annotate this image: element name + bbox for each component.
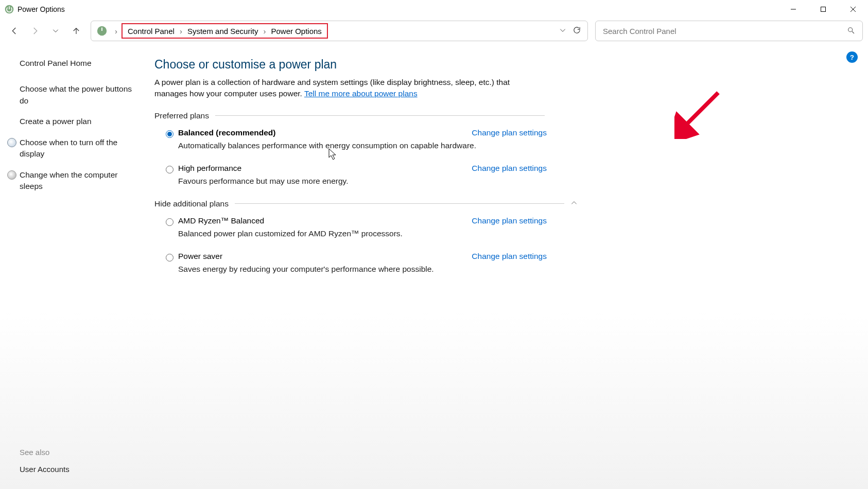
control-panel-icon — [96, 25, 108, 37]
svg-point-3 — [848, 27, 853, 31]
change-settings-balanced[interactable]: Change plan settings — [472, 128, 547, 137]
plan-amd-ryzen: AMD Ryzen™ Balanced Change plan settings… — [166, 216, 547, 238]
sidebar-create-power-plan[interactable]: Create a power plan — [20, 116, 139, 127]
chevron-right-icon: › — [263, 27, 266, 36]
see-also-user-accounts[interactable]: User Accounts — [20, 465, 70, 474]
change-settings-high[interactable]: Change plan settings — [472, 164, 547, 173]
chevron-right-icon: › — [115, 27, 117, 36]
plan-high-name[interactable]: High performance — [178, 164, 241, 173]
change-settings-saver[interactable]: Change plan settings — [472, 252, 547, 261]
plan-high-performance: High performance Change plan settings Fa… — [166, 164, 547, 186]
window-controls — [778, 0, 868, 19]
plan-power-saver: Power saver Change plan settings Saves e… — [166, 252, 547, 274]
titlebar: Power Options — [0, 0, 868, 19]
help-button[interactable]: ? — [846, 51, 858, 63]
maximize-button[interactable] — [808, 0, 838, 19]
breadcrumb-power-options[interactable]: Power Options — [270, 26, 322, 37]
minimize-button[interactable] — [778, 0, 808, 19]
sidebar-choose-power-buttons[interactable]: Choose what the power buttons do — [20, 83, 139, 107]
search-input[interactable] — [603, 27, 847, 36]
back-button[interactable] — [5, 22, 24, 40]
radio-high-performance[interactable] — [166, 166, 173, 173]
chevron-up-icon[interactable] — [570, 199, 578, 208]
plan-balanced: Balanced (recommended) Change plan setti… — [166, 128, 547, 150]
learn-more-link[interactable]: Tell me more about power plans — [304, 89, 418, 98]
svg-rect-1 — [821, 7, 826, 12]
chevron-right-icon: › — [180, 27, 182, 36]
page-heading: Choose or customise a power plan — [154, 58, 847, 72]
history-dropdown[interactable] — [46, 22, 65, 40]
sidebar: Control Panel Home Choose what the power… — [0, 43, 149, 489]
preferred-plans-header: Preferred plans — [154, 111, 847, 120]
plan-amd-name[interactable]: AMD Ryzen™ Balanced — [178, 216, 264, 225]
see-also-label: See also — [20, 448, 70, 457]
sidebar-turn-off-display[interactable]: Choose when to turn off the display — [20, 137, 139, 160]
plan-amd-desc: Balanced power plan customized for AMD R… — [178, 229, 547, 238]
power-options-icon — [4, 4, 14, 14]
breadcrumb-system-security[interactable]: System and Security — [186, 26, 259, 37]
change-settings-amd[interactable]: Change plan settings — [472, 216, 547, 225]
radio-balanced[interactable] — [166, 130, 173, 138]
preferred-plans-label: Preferred plans — [154, 111, 209, 120]
plan-balanced-desc: Automatically balances performance with … — [178, 141, 547, 150]
main-content: ? Choose or customise a power plan A pow… — [149, 43, 868, 489]
plan-high-desc: Favours performance but may use more ene… — [178, 177, 547, 186]
breadcrumb-highlight: Control Panel › System and Security › Po… — [121, 23, 328, 39]
breadcrumb-control-panel[interactable]: Control Panel — [127, 26, 176, 37]
refresh-button[interactable] — [572, 26, 581, 36]
search-icon[interactable] — [847, 26, 855, 36]
address-bar[interactable]: › Control Panel › System and Security › … — [91, 21, 588, 41]
up-button[interactable] — [67, 22, 85, 40]
plan-saver-desc: Saves energy by reducing your computer's… — [178, 265, 547, 274]
page-description: A power plan is a collection of hardware… — [154, 77, 520, 100]
sidebar-computer-sleeps[interactable]: Change when the computer sleeps — [20, 169, 139, 193]
plan-balanced-name[interactable]: Balanced (recommended) — [178, 128, 276, 137]
hide-additional-label: Hide additional plans — [154, 199, 229, 208]
see-also-section: See also User Accounts — [20, 448, 70, 474]
forward-button[interactable] — [26, 22, 44, 40]
hide-additional-header[interactable]: Hide additional plans — [154, 199, 847, 208]
divider — [215, 115, 545, 116]
radio-amd-ryzen[interactable] — [166, 218, 173, 226]
plan-saver-name[interactable]: Power saver — [178, 252, 222, 261]
close-button[interactable] — [838, 0, 868, 19]
sidebar-control-panel-home[interactable]: Control Panel Home — [20, 58, 139, 69]
radio-power-saver[interactable] — [166, 254, 173, 261]
address-dropdown-button[interactable] — [559, 27, 566, 36]
window-title: Power Options — [18, 5, 65, 13]
search-bar[interactable] — [595, 21, 863, 41]
navbar: › Control Panel › System and Security › … — [0, 19, 868, 43]
divider — [235, 203, 564, 204]
